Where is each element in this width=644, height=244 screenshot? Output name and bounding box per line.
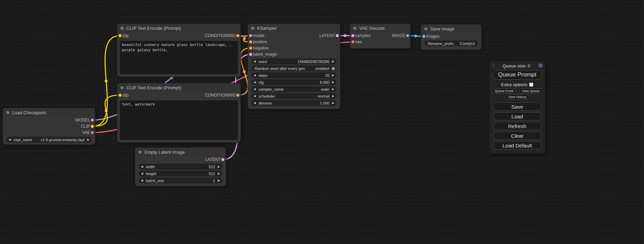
steps-widget[interactable]: ◀ steps 20 ▶ xyxy=(251,72,337,78)
queue-front-button[interactable]: Queue Front xyxy=(492,88,516,93)
scheduler-widget[interactable]: ◀ scheduler normal ▶ xyxy=(251,93,337,99)
prompt-textarea[interactable]: beautiful scenery nature glass bottle la… xyxy=(120,41,238,74)
conditioning-output-dot[interactable] xyxy=(236,34,239,37)
increment-arrow-icon[interactable]: ▶ xyxy=(332,81,334,84)
increment-arrow-icon[interactable]: ▶ xyxy=(218,165,220,168)
collapse-dot-icon[interactable] xyxy=(121,86,124,89)
clip-slot-dot[interactable] xyxy=(91,125,94,128)
view-history-button[interactable]: View History xyxy=(505,94,529,99)
node-save-image[interactable]: Save Image images filename_prefix ComfyU… xyxy=(421,24,482,50)
increment-arrow-icon[interactable]: ▶ xyxy=(87,138,89,141)
increment-arrow-icon[interactable]: ▶ xyxy=(332,95,334,98)
widget-value: normal xyxy=(318,94,329,98)
node-clip-text-encode-negative[interactable]: CLIP Text Encode (Prompt) clip CONDITION… xyxy=(117,83,241,143)
comfy-menu-panel[interactable]: ⠿ Queue size: 0 ⚙ Queue Prompt Extra opt… xyxy=(489,61,545,154)
model-input-dot[interactable] xyxy=(249,34,252,37)
output-slot-model: MODEL xyxy=(3,117,95,123)
view-history-row: View History xyxy=(491,94,544,100)
node-vae-decode[interactable]: VAE Decode samples IMAGE vae xyxy=(350,24,411,48)
node-graph-canvas[interactable]: Load Checkpoint MODEL CLIP VAE ◀ ckpt_na… xyxy=(0,0,644,244)
ckpt-name-widget[interactable]: ◀ ckpt_name v1-5-pruned-emaonly.ckpt ▶ xyxy=(6,137,92,143)
filename-prefix-widget[interactable]: filename_prefix ComfyUI xyxy=(424,40,478,46)
decrement-arrow-icon[interactable]: ◀ xyxy=(254,95,256,98)
node-load-checkpoint[interactable]: Load Checkpoint MODEL CLIP VAE ◀ ckpt_na… xyxy=(3,108,95,145)
increment-arrow-icon[interactable]: ▶ xyxy=(218,179,220,182)
increment-arrow-icon[interactable]: ▶ xyxy=(332,102,334,105)
increment-arrow-icon[interactable]: ▶ xyxy=(332,88,334,91)
denoise-widget[interactable]: ◀ denoise 1.000 ▶ xyxy=(251,100,337,106)
batch-size-widget[interactable]: ◀ batch_size 1 ▶ xyxy=(139,178,222,183)
node-titlebar[interactable]: CLIP Text Encode (Prompt) xyxy=(117,24,241,33)
decrement-arrow-icon[interactable]: ◀ xyxy=(9,138,11,141)
node-clip-text-encode-positive[interactable]: CLIP Text Encode (Prompt) clip CONDITION… xyxy=(117,24,241,77)
clip-input-dot[interactable] xyxy=(118,94,122,97)
prompt-textarea[interactable]: text, watermark xyxy=(120,100,238,140)
positive-input-dot[interactable] xyxy=(249,40,252,44)
conditioning-output-dot[interactable] xyxy=(236,94,239,97)
latent-output-dot[interactable] xyxy=(336,34,339,37)
widget-label: denoise xyxy=(258,101,272,105)
increment-arrow-icon[interactable]: ▶ xyxy=(332,74,334,77)
save-button[interactable]: Save xyxy=(493,102,541,111)
image-output-dot[interactable] xyxy=(406,34,409,37)
clip-input-dot[interactable] xyxy=(118,34,122,37)
node-titlebar[interactable]: KSampler xyxy=(248,24,340,33)
clear-button[interactable]: Clear xyxy=(493,132,541,140)
collapse-dot-icon[interactable] xyxy=(6,111,9,114)
load-default-button[interactable]: Load Default xyxy=(493,141,541,150)
slot-label: CONDITIONING xyxy=(205,93,236,98)
width-widget[interactable]: ◀ width 512 ▶ xyxy=(139,164,222,170)
collapse-dot-icon[interactable] xyxy=(353,27,356,30)
decrement-arrow-icon[interactable]: ◀ xyxy=(254,102,256,105)
seed-widget[interactable]: ◀ seed 156680208700286 ▶ xyxy=(251,58,337,64)
node-empty-latent-image[interactable]: Empty Latent Image LATENT ◀ width 512 ▶ … xyxy=(135,147,226,186)
decrement-arrow-icon[interactable]: ◀ xyxy=(254,74,256,77)
toggle-dot-icon[interactable] xyxy=(332,67,335,70)
increment-arrow-icon[interactable]: ▶ xyxy=(218,172,220,175)
node-titlebar[interactable]: VAE Decode xyxy=(350,24,411,33)
images-input-dot[interactable] xyxy=(422,35,425,38)
latent-image-input-dot[interactable] xyxy=(249,53,252,56)
negative-input-dot[interactable] xyxy=(249,47,252,50)
output-slot-latent: LATENT xyxy=(135,156,226,163)
decrement-arrow-icon[interactable]: ◀ xyxy=(254,88,256,91)
random-seed-toggle-widget[interactable]: Random seed after every gen enabled xyxy=(251,65,337,71)
collapse-dot-icon[interactable] xyxy=(139,151,142,154)
decrement-arrow-icon[interactable]: ◀ xyxy=(254,81,256,84)
node-ksampler[interactable]: KSampler model LATENT positive negative … xyxy=(248,24,340,109)
settings-gear-icon[interactable]: ⚙ xyxy=(538,63,543,69)
refresh-button[interactable]: Refresh xyxy=(493,122,541,130)
model-slot-dot[interactable] xyxy=(91,119,94,122)
widget-label: ckpt_name xyxy=(14,138,32,142)
queue-prompt-button[interactable]: Queue Prompt xyxy=(493,70,541,80)
decrement-arrow-icon[interactable]: ◀ xyxy=(254,60,256,63)
load-button[interactable]: Load xyxy=(493,112,541,120)
slot-label: clip xyxy=(122,93,129,98)
view-queue-button[interactable]: View Queue xyxy=(519,88,542,93)
widget-label: steps xyxy=(258,73,267,78)
collapse-dot-icon[interactable] xyxy=(424,27,427,30)
height-widget[interactable]: ◀ height 512 ▶ xyxy=(139,171,222,177)
widget-label: width xyxy=(146,165,155,169)
decrement-arrow-icon[interactable]: ◀ xyxy=(141,179,143,182)
latent-output-dot[interactable] xyxy=(221,158,224,161)
increment-arrow-icon[interactable]: ▶ xyxy=(332,60,334,63)
vae-input-dot[interactable] xyxy=(351,40,354,44)
node-titlebar[interactable]: Save Image xyxy=(421,24,482,33)
queue-size-label: Queue size: 0 xyxy=(495,63,538,69)
node-titlebar[interactable]: CLIP Text Encode (Prompt) xyxy=(117,83,241,92)
samples-input-dot[interactable] xyxy=(351,34,354,37)
sampler-name-widget[interactable]: ◀ sampler_name euler ▶ xyxy=(251,86,337,92)
vae-slot-dot[interactable] xyxy=(91,131,94,134)
node-titlebar[interactable]: Load Checkpoint xyxy=(3,108,95,117)
cfg-widget[interactable]: ◀ cfg 8.000 ▶ xyxy=(251,79,337,85)
node-titlebar[interactable]: Empty Latent Image xyxy=(135,147,226,156)
queue-buttons-row: Queue Front View Queue xyxy=(491,88,544,94)
drag-handle-icon[interactable]: ⠿ xyxy=(492,63,495,69)
wire-midpoint-dot xyxy=(105,109,108,112)
collapse-dot-icon[interactable] xyxy=(121,27,124,30)
collapse-dot-icon[interactable] xyxy=(251,27,254,30)
extra-options-checkbox[interactable] xyxy=(529,83,533,87)
decrement-arrow-icon[interactable]: ◀ xyxy=(141,165,143,168)
decrement-arrow-icon[interactable]: ◀ xyxy=(141,172,143,175)
